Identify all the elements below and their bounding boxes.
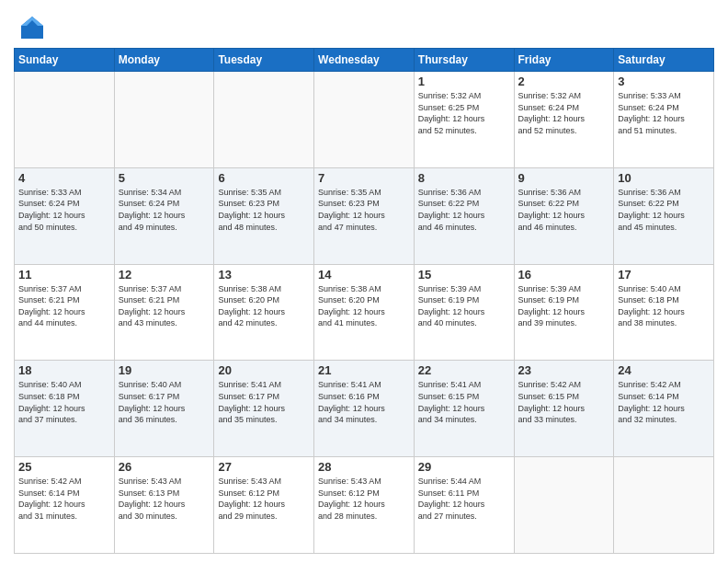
day-info: Sunrise: 5:44 AM Sunset: 6:11 PM Dayligh… [418,476,510,522]
day-info: Sunrise: 5:37 AM Sunset: 6:21 PM Dayligh… [18,283,110,329]
calendar-cell: 18Sunrise: 5:40 AM Sunset: 6:18 PM Dayli… [15,361,115,457]
day-number: 13 [218,268,310,282]
day-number: 22 [418,363,510,377]
day-number: 6 [218,171,310,185]
calendar-cell: 15Sunrise: 5:39 AM Sunset: 6:19 PM Dayli… [414,264,514,361]
calendar-cell: 12Sunrise: 5:37 AM Sunset: 6:21 PM Dayli… [114,264,214,361]
day-info: Sunrise: 5:42 AM Sunset: 6:15 PM Dayligh… [518,379,610,425]
day-info: Sunrise: 5:32 AM Sunset: 6:24 PM Dayligh… [518,90,610,136]
day-number: 2 [518,75,610,88]
day-info: Sunrise: 5:41 AM Sunset: 6:15 PM Dayligh… [418,379,510,425]
day-info: Sunrise: 5:42 AM Sunset: 6:14 PM Dayligh… [18,476,110,522]
day-number: 17 [618,268,710,282]
calendar-cell [314,72,415,168]
calendar-cell: 17Sunrise: 5:40 AM Sunset: 6:18 PM Dayli… [614,264,714,361]
day-number: 27 [218,460,310,474]
calendar-cell [214,72,314,168]
day-number: 25 [18,460,110,474]
calendar-cell: 22Sunrise: 5:41 AM Sunset: 6:15 PM Dayli… [414,361,514,457]
day-info: Sunrise: 5:37 AM Sunset: 6:21 PM Dayligh… [119,283,210,329]
week-row-2: 4Sunrise: 5:33 AM Sunset: 6:24 PM Daylig… [15,167,714,264]
page: SundayMondayTuesdayWednesdayThursdayFrid… [0,0,728,563]
day-number: 20 [218,363,310,377]
day-info: Sunrise: 5:40 AM Sunset: 6:18 PM Dayligh… [18,379,110,425]
day-info: Sunrise: 5:40 AM Sunset: 6:17 PM Dayligh… [119,379,210,425]
calendar-cell: 27Sunrise: 5:43 AM Sunset: 6:12 PM Dayli… [214,457,314,554]
calendar-cell: 5Sunrise: 5:34 AM Sunset: 6:24 PM Daylig… [114,167,214,264]
calendar-cell: 1Sunrise: 5:32 AM Sunset: 6:25 PM Daylig… [414,72,514,168]
weekday-header-sunday: Sunday [15,49,115,72]
calendar-cell: 11Sunrise: 5:37 AM Sunset: 6:21 PM Dayli… [15,264,115,361]
day-number: 10 [618,171,710,185]
day-number: 9 [518,171,610,185]
calendar-cell [614,457,714,554]
week-row-5: 25Sunrise: 5:42 AM Sunset: 6:14 PM Dayli… [15,457,714,554]
calendar-cell: 4Sunrise: 5:33 AM Sunset: 6:24 PM Daylig… [15,167,115,264]
day-number: 24 [618,363,710,377]
day-info: Sunrise: 5:41 AM Sunset: 6:17 PM Dayligh… [218,379,310,425]
day-info: Sunrise: 5:40 AM Sunset: 6:18 PM Dayligh… [618,283,710,329]
calendar-cell: 6Sunrise: 5:35 AM Sunset: 6:23 PM Daylig… [214,167,314,264]
day-info: Sunrise: 5:43 AM Sunset: 6:12 PM Dayligh… [318,476,410,522]
logo-icon [17,13,47,42]
calendar-table: SundayMondayTuesdayWednesdayThursdayFrid… [14,48,714,554]
day-info: Sunrise: 5:42 AM Sunset: 6:14 PM Dayligh… [618,379,710,425]
day-number: 14 [318,268,410,282]
weekday-header-saturday: Saturday [614,49,714,72]
day-info: Sunrise: 5:43 AM Sunset: 6:13 PM Dayligh… [119,476,210,522]
calendar-cell [114,72,214,168]
calendar-cell: 7Sunrise: 5:35 AM Sunset: 6:23 PM Daylig… [314,167,415,264]
week-row-3: 11Sunrise: 5:37 AM Sunset: 6:21 PM Dayli… [15,264,714,361]
calendar-cell: 16Sunrise: 5:39 AM Sunset: 6:19 PM Dayli… [514,264,614,361]
calendar-cell: 3Sunrise: 5:33 AM Sunset: 6:24 PM Daylig… [614,72,714,168]
header [14,9,714,42]
day-number: 15 [418,268,510,282]
calendar-cell: 24Sunrise: 5:42 AM Sunset: 6:14 PM Dayli… [614,361,714,457]
calendar-cell: 26Sunrise: 5:43 AM Sunset: 6:13 PM Dayli… [114,457,214,554]
day-info: Sunrise: 5:38 AM Sunset: 6:20 PM Dayligh… [318,283,410,329]
day-info: Sunrise: 5:32 AM Sunset: 6:25 PM Dayligh… [418,90,510,136]
weekday-header-row: SundayMondayTuesdayWednesdayThursdayFrid… [15,49,714,72]
day-number: 3 [618,75,710,88]
calendar-cell [514,457,614,554]
calendar-cell: 29Sunrise: 5:44 AM Sunset: 6:11 PM Dayli… [414,457,514,554]
day-info: Sunrise: 5:36 AM Sunset: 6:22 PM Dayligh… [518,187,610,233]
weekday-header-friday: Friday [514,49,614,72]
day-number: 21 [318,363,410,377]
calendar-cell: 21Sunrise: 5:41 AM Sunset: 6:16 PM Dayli… [314,361,415,457]
day-number: 18 [18,363,110,377]
day-info: Sunrise: 5:35 AM Sunset: 6:23 PM Dayligh… [318,187,410,233]
calendar-cell [15,72,115,168]
day-number: 29 [418,460,510,474]
day-info: Sunrise: 5:35 AM Sunset: 6:23 PM Dayligh… [218,187,310,233]
day-number: 12 [119,268,210,282]
day-info: Sunrise: 5:36 AM Sunset: 6:22 PM Dayligh… [618,187,710,233]
day-info: Sunrise: 5:39 AM Sunset: 6:19 PM Dayligh… [518,283,610,329]
day-info: Sunrise: 5:43 AM Sunset: 6:12 PM Dayligh… [218,476,310,522]
day-number: 19 [119,363,210,377]
day-number: 26 [119,460,210,474]
calendar-cell: 10Sunrise: 5:36 AM Sunset: 6:22 PM Dayli… [614,167,714,264]
day-number: 28 [318,460,410,474]
day-number: 4 [18,171,110,185]
day-number: 23 [518,363,610,377]
day-number: 7 [318,171,410,185]
weekday-header-thursday: Thursday [414,49,514,72]
calendar-cell: 14Sunrise: 5:38 AM Sunset: 6:20 PM Dayli… [314,264,415,361]
day-info: Sunrise: 5:34 AM Sunset: 6:24 PM Dayligh… [119,187,210,233]
day-number: 16 [518,268,610,282]
calendar-cell: 25Sunrise: 5:42 AM Sunset: 6:14 PM Dayli… [15,457,115,554]
day-number: 11 [18,268,110,282]
calendar-cell: 13Sunrise: 5:38 AM Sunset: 6:20 PM Dayli… [214,264,314,361]
day-info: Sunrise: 5:38 AM Sunset: 6:20 PM Dayligh… [218,283,310,329]
week-row-1: 1Sunrise: 5:32 AM Sunset: 6:25 PM Daylig… [15,72,714,168]
week-row-4: 18Sunrise: 5:40 AM Sunset: 6:18 PM Dayli… [15,361,714,457]
calendar-cell: 2Sunrise: 5:32 AM Sunset: 6:24 PM Daylig… [514,72,614,168]
logo [14,13,47,42]
day-number: 5 [119,171,210,185]
calendar-cell: 28Sunrise: 5:43 AM Sunset: 6:12 PM Dayli… [314,457,415,554]
weekday-header-tuesday: Tuesday [214,49,314,72]
weekday-header-wednesday: Wednesday [314,49,415,72]
weekday-header-monday: Monday [114,49,214,72]
calendar-cell: 9Sunrise: 5:36 AM Sunset: 6:22 PM Daylig… [514,167,614,264]
